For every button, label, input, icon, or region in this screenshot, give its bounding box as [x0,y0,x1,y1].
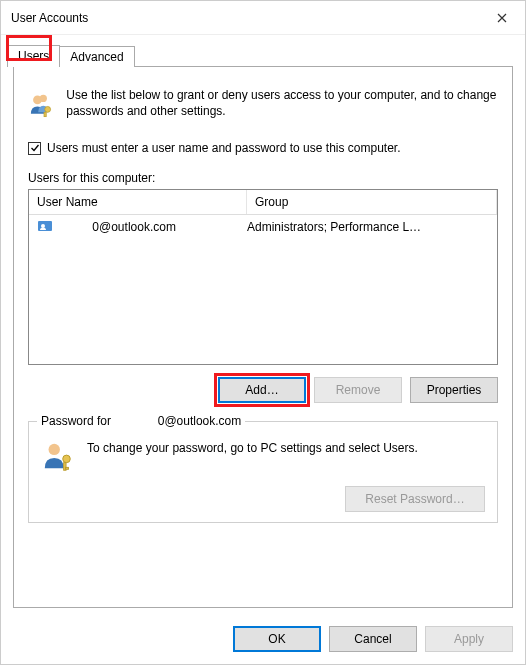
group-cell: Administrators; Performance L… [243,219,493,235]
column-header-username[interactable]: User Name [29,190,247,214]
tab-panel-users: Use the list below to grant or deny user… [13,66,513,608]
password-groupbox: Password for ··········0@outlook.com To … [28,421,498,523]
reset-password-button: Reset Password… [345,486,485,512]
close-icon [497,13,507,23]
require-password-label: Users must enter a user name and passwor… [47,141,401,155]
legend-obscured: ·········· [114,414,157,428]
username-suffix: 0@outlook.com [92,220,176,234]
titlebar: User Accounts [1,1,525,35]
password-group-legend: Password for ··········0@outlook.com [37,414,245,428]
listview-header: User Name Group [29,190,497,215]
password-change-text: To change your password, go to PC settin… [87,440,418,456]
add-button[interactable]: Add… [218,377,306,403]
properties-button[interactable]: Properties [410,377,498,403]
close-button[interactable] [479,1,525,35]
legend-prefix: Password for [41,414,111,428]
user-key-icon [41,440,75,474]
users-keys-icon [28,87,54,123]
legend-suffix: 0@outlook.com [158,414,242,428]
svg-rect-9 [66,467,69,469]
intro-row: Use the list below to grant or deny user… [28,87,498,123]
svg-point-6 [49,444,60,455]
svg-rect-3 [44,112,46,116]
checkmark-icon [30,143,40,153]
ok-button[interactable]: OK [233,626,321,652]
users-list-label: Users for this computer: [28,171,498,185]
require-password-checkbox[interactable] [28,142,41,155]
svg-point-5 [41,224,45,228]
tab-advanced[interactable]: Advanced [59,46,134,67]
column-header-group[interactable]: Group [247,190,497,214]
remove-button: Remove [314,377,402,403]
listview-row[interactable]: ··········0@outlook.com Administrators; … [29,215,497,239]
username-obscured: ·········· [57,220,90,234]
apply-button: Apply [425,626,513,652]
tab-users[interactable]: Users [7,45,60,67]
user-accounts-window: User Accounts Users Advanced Use the lis… [0,0,526,665]
svg-point-2 [45,106,51,112]
user-account-icon [37,219,53,235]
require-password-row[interactable]: Users must enter a user name and passwor… [28,141,498,155]
svg-point-1 [40,95,47,102]
svg-point-7 [63,455,71,463]
dialog-footer: OK Cancel Apply [1,616,525,664]
list-actions-row: Add… Remove Properties [28,377,498,403]
listview-body: ··········0@outlook.com Administrators; … [29,215,497,364]
tab-strip: Users Advanced [7,43,513,67]
intro-text: Use the list below to grant or deny user… [66,87,498,119]
cancel-button[interactable]: Cancel [329,626,417,652]
window-title: User Accounts [11,11,88,25]
users-listview[interactable]: User Name Group ··········0@outlook.com [28,189,498,365]
